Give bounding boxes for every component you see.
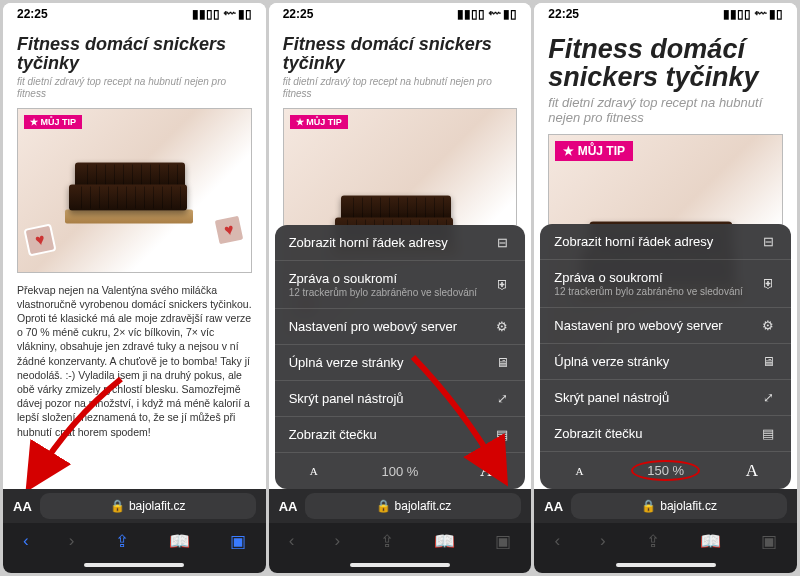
- url-field[interactable]: 🔒 bajolafit.cz: [40, 493, 256, 519]
- shield-icon: ⛨: [759, 276, 777, 291]
- tabs-button[interactable]: ▣: [761, 531, 777, 552]
- menu-hide-toolbar[interactable]: Skrýt panel nástrojů⤢: [540, 380, 791, 416]
- gear-icon: ⚙: [493, 319, 511, 334]
- menu-desktop-site[interactable]: Úplná verze stránky🖥: [540, 344, 791, 380]
- time: 22:25: [548, 7, 579, 21]
- menu-show-top-addr[interactable]: Zobrazit horní řádek adresy⊟: [540, 224, 791, 260]
- annotation-arrow: [21, 369, 141, 489]
- home-indicator[interactable]: [350, 563, 450, 567]
- share-button[interactable]: ⇪: [380, 531, 394, 552]
- article-title: Fitness domácí snickers tyčinky: [17, 35, 252, 73]
- phone-2: 22:25 ▮▮▯▯⬳▮▯ Fitness domácí snickers ty…: [269, 3, 532, 573]
- aa-button[interactable]: AA: [279, 499, 298, 514]
- zoom-in-button[interactable]: A: [713, 461, 791, 481]
- expand-icon: ⤢: [759, 390, 777, 405]
- url-field[interactable]: 🔒bajolafit.cz: [571, 493, 787, 519]
- heart-decor: [23, 223, 56, 256]
- signal-icon: ▮▮▯▯: [192, 7, 220, 21]
- article-subtitle: fit dietní zdravý top recept na hubnutí …: [548, 95, 783, 126]
- menu-privacy[interactable]: Zpráva o soukromí12 trackerům bylo zabrá…: [275, 261, 526, 309]
- webpage: Fitness domácí snickers tyčinky fit diet…: [269, 25, 532, 489]
- lock-icon: 🔒: [110, 499, 125, 513]
- domain: bajolafit.cz: [129, 499, 186, 513]
- shield-icon: ⛨: [493, 277, 511, 292]
- annotation-arrow: [403, 349, 513, 483]
- menu-show-top-addr[interactable]: Zobrazit horní řádek adresy⊟: [275, 225, 526, 261]
- tabs-button[interactable]: ▣: [495, 531, 511, 552]
- tip-badge: ★ MŮJ TIP: [24, 115, 82, 129]
- menu-site-settings[interactable]: Nastavení pro webový server⚙: [275, 309, 526, 345]
- desktop-icon: 🖥: [759, 354, 777, 369]
- phone-3: 22:25 ▮▮▯▯⬳▮▯ Fitness domácí snickers ty…: [534, 3, 797, 573]
- share-button[interactable]: ⇪: [115, 531, 129, 552]
- webpage: Fitness domácí snickers tyčinky fit diet…: [534, 25, 797, 489]
- lock-icon: 🔒: [641, 499, 656, 513]
- share-button[interactable]: ⇪: [646, 531, 660, 552]
- article-subtitle: fit dietní zdravý top recept na hubnutí …: [283, 76, 518, 100]
- url-field[interactable]: 🔒bajolafit.cz: [305, 493, 521, 519]
- reader-icon: ▤: [759, 426, 777, 441]
- tip-badge: ★ MŮJ TIP: [290, 115, 348, 129]
- time: 22:25: [283, 7, 314, 21]
- status-icons: ▮▮▯▯ ⬳ ▮▯: [192, 7, 252, 21]
- status-icons: ▮▮▯▯⬳▮▯: [457, 7, 517, 21]
- back-button[interactable]: ‹: [289, 531, 295, 551]
- toolbar: ‹›⇪📖▣: [534, 523, 797, 559]
- wifi-icon: ⬳: [223, 7, 235, 21]
- aa-menu: Zobrazit horní řádek adresy⊟ Zpráva o so…: [540, 224, 791, 489]
- move-icon: ⊟: [493, 235, 511, 250]
- zoom-out-button[interactable]: A: [275, 465, 353, 477]
- aa-button[interactable]: AA: [13, 499, 32, 514]
- status-bar: 22:25 ▮▮▯▯ ⬳ ▮▯: [3, 3, 266, 25]
- aa-button[interactable]: AA: [544, 499, 563, 514]
- article-subtitle: fit dietní zdravý top recept na hubnutí …: [17, 76, 252, 100]
- address-bar: AA 🔒bajolafit.cz: [534, 489, 797, 523]
- toolbar: ‹›⇪📖▣: [269, 523, 532, 559]
- heart-decor: [212, 213, 245, 246]
- toolbar: ‹ › ⇪ 📖 ▣: [3, 523, 266, 559]
- tip-badge: ★ MŮJ TIP: [555, 141, 633, 161]
- address-bar: AA 🔒 bajolafit.cz: [3, 489, 266, 523]
- phone-1: 22:25 ▮▮▯▯ ⬳ ▮▯ Fitness domácí snickers …: [3, 3, 266, 573]
- article-title: Fitness domácí snickers tyčinky: [548, 35, 783, 92]
- bookmarks-button[interactable]: 📖: [700, 531, 721, 552]
- menu-site-settings[interactable]: Nastavení pro webový server⚙: [540, 308, 791, 344]
- zoom-out-button[interactable]: A: [540, 465, 618, 477]
- move-icon: ⊟: [759, 234, 777, 249]
- menu-privacy[interactable]: Zpráva o soukromí12 trackerům bylo zabrá…: [540, 260, 791, 308]
- battery-icon: ▮▯: [238, 7, 252, 21]
- hero-image: ★ MŮJ TIP: [17, 108, 252, 273]
- home-indicator[interactable]: [84, 563, 184, 567]
- time: 22:25: [17, 7, 48, 21]
- menu-reader[interactable]: Zobrazit čtečku▤: [540, 416, 791, 452]
- bookmarks-button[interactable]: 📖: [169, 531, 190, 552]
- article-title: Fitness domácí snickers tyčinky: [283, 35, 518, 73]
- forward-button[interactable]: ›: [69, 531, 75, 551]
- status-icons: ▮▮▯▯⬳▮▯: [723, 7, 783, 21]
- lock-icon: 🔒: [376, 499, 391, 513]
- forward-button[interactable]: ›: [334, 531, 340, 551]
- zoom-value: 150 %: [619, 460, 713, 481]
- back-button[interactable]: ‹: [23, 531, 29, 551]
- address-bar: AA 🔒bajolafit.cz: [269, 489, 532, 523]
- tabs-button[interactable]: ▣: [230, 531, 246, 552]
- status-bar: 22:25 ▮▮▯▯⬳▮▯: [269, 3, 532, 25]
- gear-icon: ⚙: [759, 318, 777, 333]
- back-button[interactable]: ‹: [554, 531, 560, 551]
- zoom-highlight: 150 %: [631, 460, 700, 481]
- forward-button[interactable]: ›: [600, 531, 606, 551]
- domain: bajolafit.cz: [660, 499, 717, 513]
- status-bar: 22:25 ▮▮▯▯⬳▮▯: [534, 3, 797, 25]
- bookmarks-button[interactable]: 📖: [434, 531, 455, 552]
- home-indicator[interactable]: [616, 563, 716, 567]
- webpage: Fitness domácí snickers tyčinky fit diet…: [3, 25, 266, 489]
- zoom-row: A 150 % A: [540, 452, 791, 489]
- domain: bajolafit.cz: [395, 499, 452, 513]
